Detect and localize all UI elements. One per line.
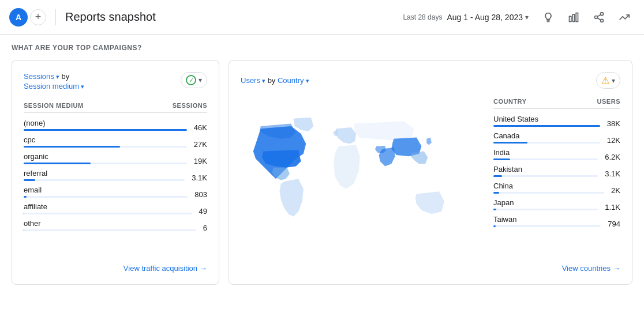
table-row: Canada 12K — [493, 128, 620, 145]
bar-fill — [493, 125, 600, 127]
africa-path — [334, 145, 360, 189]
country-dropdown[interactable]: Country — [278, 76, 309, 85]
row-value: 6 — [203, 224, 207, 232]
australia-path — [415, 191, 444, 214]
table-row: referral 3.1K — [24, 165, 207, 182]
sessions-dropdown[interactable]: Sessions — [24, 72, 59, 81]
check-chevron-icon: ▾ — [199, 76, 202, 84]
row-name: China — [493, 182, 604, 190]
row-value: 49 — [199, 207, 207, 216]
bar-fill — [24, 179, 35, 181]
add-button[interactable]: + — [30, 9, 46, 25]
bar-fill — [24, 129, 187, 131]
row-name: email — [24, 186, 188, 194]
sessions-table-header: SESSION MEDIUM SESSIONS — [24, 100, 207, 113]
row-name: United States — [493, 115, 600, 123]
greenland-path — [293, 118, 313, 131]
page-title: Reports snapshot — [65, 10, 403, 24]
check-dropdown[interactable]: ✓ ▾ — [181, 72, 207, 88]
sessions-table-body: (none) 46K cpc 27K organic 19K — [24, 115, 207, 232]
svg-line-7 — [597, 18, 601, 20]
warning-dropdown[interactable]: ⚠ ▾ — [596, 72, 620, 89]
row-name: other — [24, 219, 196, 228]
row-value: 27K — [194, 140, 207, 149]
avatar-button[interactable]: A — [9, 8, 28, 27]
row-value: 46K — [194, 123, 207, 132]
lightbulb-button[interactable] — [538, 7, 559, 28]
view-countries-arrow: → — [613, 264, 620, 273]
view-traffic-link[interactable]: View traffic acquisition → — [123, 264, 207, 273]
sessions-card: Sessions by Session medium ✓ ▾ SESSION M… — [12, 60, 219, 285]
header: A + Reports snapshot Last 28 days Aug 1 … — [0, 0, 644, 35]
lightbulb-icon — [542, 12, 554, 23]
row-name: (none) — [24, 119, 187, 127]
europe-path — [335, 127, 356, 144]
bar-container — [24, 179, 185, 181]
row-value: 1.1K — [605, 203, 620, 212]
bar-fill — [493, 158, 510, 160]
bar-fill — [493, 225, 496, 227]
bar-fill — [24, 146, 120, 148]
row-name: Taiwan — [493, 215, 601, 224]
bar-fill — [24, 213, 24, 214]
bar-fill — [493, 209, 496, 210]
row-name: cpc — [24, 135, 187, 144]
users-col-header: USERS — [597, 98, 620, 105]
sessions-card-footer: View traffic acquisition → — [24, 257, 207, 273]
row-value: 803 — [194, 190, 207, 199]
row-value: 2K — [611, 186, 620, 195]
row-value: 3.1K — [605, 169, 620, 178]
bar-container — [24, 213, 192, 214]
country-table: COUNTRY USERS United States 38K Canada 1… — [493, 96, 620, 257]
row-name: organic — [24, 152, 187, 161]
row-name: India — [493, 148, 598, 157]
view-countries-link[interactable]: View countries → — [562, 264, 620, 273]
bar-fill — [493, 192, 499, 194]
country-table-body: United States 38K Canada 12K India — [493, 111, 620, 228]
share-icon — [593, 12, 605, 23]
chart-button[interactable] — [563, 7, 584, 28]
view-countries-label: View countries — [562, 264, 611, 273]
bar-container — [493, 125, 600, 127]
row-value: 38K — [607, 119, 620, 128]
share-button[interactable] — [589, 7, 609, 28]
sessions-metric-label: Sessions by Session medium — [24, 72, 84, 90]
country-table-header: COUNTRY USERS — [493, 96, 620, 109]
users-dropdown[interactable]: Users — [241, 76, 265, 85]
warning-icon: ⚠ — [601, 75, 609, 86]
row-value: 6.2K — [605, 153, 620, 161]
bar-container — [24, 163, 187, 164]
session-medium-dropdown[interactable]: Session medium — [24, 82, 84, 90]
bar-container — [493, 209, 598, 210]
table-row: India 6.2K — [493, 145, 620, 161]
last-28-label: Last 28 days — [403, 13, 442, 21]
svg-point-6 — [601, 19, 604, 22]
row-value: 794 — [608, 220, 620, 228]
row-name: Japan — [493, 198, 598, 207]
users-by-label: by — [268, 76, 278, 85]
table-row: email 803 — [24, 182, 207, 199]
svg-point-5 — [595, 16, 598, 18]
table-row: Japan 1.1K — [493, 195, 620, 212]
row-value: 19K — [194, 157, 207, 165]
users-card: Users by Country ⚠ ▾ — [229, 60, 632, 285]
sessions-col-header: SESSIONS — [173, 102, 207, 109]
table-row: Pakistan 3.1K — [493, 161, 620, 178]
section-title: WHAT ARE YOUR TOP CAMPAIGNS? — [12, 44, 632, 52]
bar-container — [24, 129, 187, 131]
trending-button[interactable] — [614, 7, 635, 28]
row-name: referral — [24, 169, 185, 178]
users-card-footer: View countries → — [241, 257, 620, 273]
world-map — [241, 96, 482, 257]
bar-fill — [493, 175, 502, 177]
map-section: COUNTRY USERS United States 38K Canada 1… — [241, 96, 620, 257]
row-name: affiliate — [24, 202, 192, 211]
south-america-path — [279, 179, 303, 216]
view-traffic-label: View traffic acquisition — [123, 264, 197, 273]
chart-icon — [568, 12, 579, 23]
table-row: affiliate 49 — [24, 199, 207, 216]
date-range-selector[interactable]: Aug 1 - Aug 28, 2023 ▾ — [447, 13, 529, 22]
sessions-card-header: Sessions by Session medium ✓ ▾ — [24, 72, 207, 90]
table-row: Taiwan 794 — [493, 212, 620, 228]
bar-container — [24, 146, 187, 148]
